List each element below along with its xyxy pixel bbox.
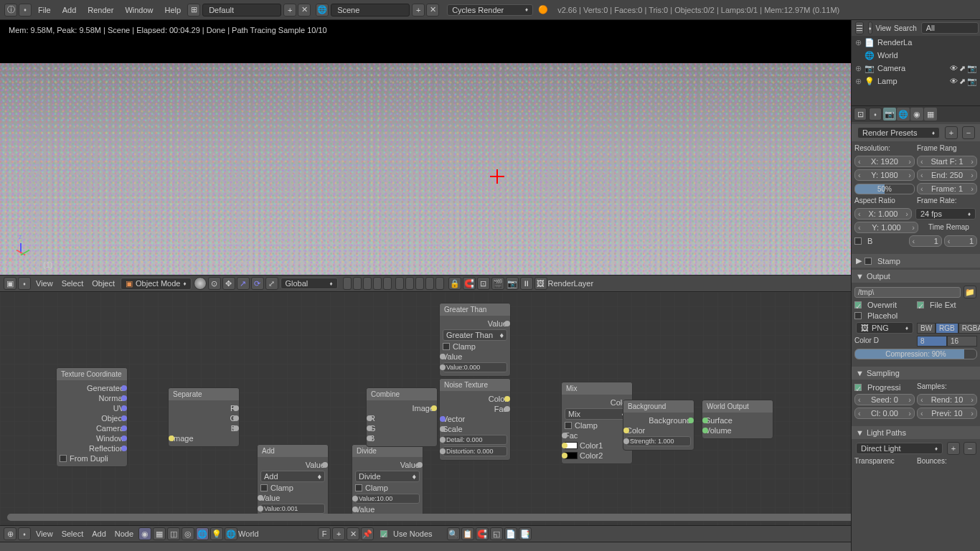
panel-output[interactable]: ▼Output xyxy=(852,270,980,283)
paste-nodes-icon[interactable]: 📑 xyxy=(519,527,532,540)
fps-dropdown[interactable]: 24 fps♦ xyxy=(915,208,976,220)
lock-icon[interactable]: 🔒 xyxy=(448,277,461,290)
scene-add-icon[interactable]: + xyxy=(412,4,425,17)
node-math-add[interactable]: Add Value Add♦ Clamp Value Value:0.001 xyxy=(257,444,329,518)
editor-type-icon[interactable]: ⊕ xyxy=(4,527,17,540)
use-nodes-checkbox[interactable]: ✓ xyxy=(380,530,387,537)
outliner-item-world[interactable]: 🌐World xyxy=(852,49,980,62)
panel-dimensions[interactable]: Render Presets♦ + − xyxy=(852,124,980,141)
orientation-dropdown[interactable]: Global♦ xyxy=(281,278,338,289)
world-field[interactable]: World xyxy=(238,529,317,538)
node-combine-rgb[interactable]: Combine Image R G B xyxy=(366,387,438,447)
render-still-icon[interactable]: 📷 xyxy=(506,277,519,290)
snap-type-icon[interactable]: ⊡ xyxy=(477,277,490,290)
panel-sampling[interactable]: ▼Sampling xyxy=(852,367,980,380)
file-ext-checkbox[interactable]: ✓ xyxy=(917,301,924,309)
layer-buttons[interactable] xyxy=(342,277,445,290)
node-header[interactable]: Separate xyxy=(169,388,239,400)
frame-step-field[interactable]: ‹Frame: 1› xyxy=(917,183,977,194)
render-icon[interactable]: 📷 xyxy=(967,77,977,86)
math-mode-dropdown[interactable]: Add♦ xyxy=(260,471,325,482)
node-background[interactable]: Background Background Color Strength: 1.… xyxy=(623,400,694,451)
rotate-icon[interactable]: ⟳ xyxy=(251,277,264,290)
tab-texture[interactable]: ▦ xyxy=(924,108,937,121)
overwrite-checkbox[interactable]: ✓ xyxy=(854,301,862,309)
menu-select-nodes[interactable]: Select xyxy=(57,529,88,538)
value-field[interactable]: Value:0.000 xyxy=(443,362,507,372)
preset-del-icon[interactable]: − xyxy=(962,126,975,139)
outliner-editor-icon[interactable]: ☰ xyxy=(855,22,864,34)
snap-element-icon[interactable]: ◱ xyxy=(490,527,503,540)
renderlayer-field[interactable]: RenderLayer xyxy=(548,279,620,288)
manipulator-toggle-icon[interactable]: ✥ xyxy=(222,277,235,290)
node-header[interactable]: Noise Texture xyxy=(440,379,510,391)
end-frame-field[interactable]: ‹End: 250› xyxy=(917,169,977,181)
translate-icon[interactable]: ↗ xyxy=(237,277,250,290)
outliner-item-lamp[interactable]: ⊕💡Lamp👁⬈📷 xyxy=(852,75,980,88)
node-header[interactable]: Background xyxy=(623,400,694,413)
node-world-output[interactable]: World Output Surface Volume xyxy=(702,400,773,439)
start-frame-field[interactable]: ‹Start F: 1› xyxy=(917,156,977,167)
mode-dropdown[interactable]: ▣Object Mode♦ xyxy=(121,278,191,290)
outliner-item-camera[interactable]: ⊕📷Camera👁⬈📷 xyxy=(852,62,980,75)
render-samples-field[interactable]: ‹Rend: 10› xyxy=(917,394,977,405)
value-field[interactable]: Value:10.00 xyxy=(355,494,420,504)
scene-field[interactable]: Scene xyxy=(331,4,410,17)
world-browse-icon[interactable]: 🌐 xyxy=(225,527,237,540)
render-anim-icon[interactable]: 🎬 xyxy=(491,277,504,290)
color-mode-buttons[interactable]: BW RGB RGBA xyxy=(917,323,980,334)
collapse-menus-icon[interactable]: ♦ xyxy=(18,277,31,290)
texture-tree-icon[interactable]: ◫ xyxy=(167,527,180,540)
outliner-filter-dropdown[interactable]: All xyxy=(921,22,979,34)
value-field[interactable]: Value:0.001 xyxy=(260,504,325,514)
node-header[interactable]: Mix xyxy=(562,382,632,395)
copy-icon[interactable]: 📋 xyxy=(461,527,474,540)
preset-add-icon[interactable]: + xyxy=(947,442,960,455)
renderlayer-browse-icon[interactable]: 🖼 xyxy=(534,277,547,290)
node-scrollbar[interactable] xyxy=(7,514,973,521)
splash-dropdown[interactable]: ♦ xyxy=(19,4,32,17)
preview-samples-field[interactable]: ‹Previ: 10› xyxy=(917,408,977,419)
pin-icon[interactable]: 📌 xyxy=(361,527,374,540)
aspect-x-field[interactable]: ‹X: 1.000› xyxy=(854,208,912,220)
folder-icon[interactable]: 📁 xyxy=(963,286,976,298)
node-editor[interactable]: Texture Coordinate Generated Normal UV O… xyxy=(0,292,980,525)
node-math-greater[interactable]: Greater Than Value Greater Than♦ Clamp V… xyxy=(439,303,511,377)
world-del-icon[interactable]: ✕ xyxy=(347,527,359,540)
collapse-menus-icon[interactable]: ♦ xyxy=(18,527,31,540)
layout-add-icon[interactable]: + xyxy=(283,4,296,17)
pivot-icon[interactable]: ⊙ xyxy=(208,277,221,290)
snap-icon[interactable]: 🧲 xyxy=(463,277,476,290)
stamp-checkbox[interactable] xyxy=(864,258,872,265)
detail-field[interactable]: Detail: 0.000 xyxy=(443,435,507,445)
progressive-checkbox[interactable]: ✓ xyxy=(854,384,862,391)
outliner-item-renderlayers[interactable]: ⊕📄RenderLa xyxy=(852,36,980,49)
node-noise-texture[interactable]: Noise Texture Color Fac Vector Scale Det… xyxy=(439,378,511,461)
outliner-search[interactable]: Search xyxy=(894,24,917,32)
layout-field[interactable]: Default xyxy=(202,4,281,17)
tab-scene[interactable]: 🌐 xyxy=(897,108,910,121)
placeholder-checkbox[interactable] xyxy=(854,312,862,319)
node-mix-rgb[interactable]: Mix Color Mix♦ Clamp Fac Color1 Color2 xyxy=(561,382,633,464)
world-add-icon[interactable]: + xyxy=(332,527,345,540)
fake-user-icon[interactable]: F xyxy=(318,527,331,540)
menu-node[interactable]: Node xyxy=(110,529,138,538)
scene-del-icon[interactable]: ✕ xyxy=(426,4,439,17)
menu-add-nodes[interactable]: Add xyxy=(88,529,110,538)
cursor-icon[interactable]: ⬈ xyxy=(959,64,966,73)
mix-mode-dropdown[interactable]: Mix♦ xyxy=(565,408,629,420)
border-checkbox[interactable] xyxy=(854,237,862,245)
remap2-field[interactable]: ‹1 xyxy=(944,235,977,247)
layout-browse-icon[interactable]: ⊞ xyxy=(187,4,200,17)
render-icon[interactable]: 📷 xyxy=(967,64,977,73)
node-separate-rgb[interactable]: Separate R G B Image xyxy=(168,387,240,447)
distortion-field[interactable]: Distortion: 0.000 xyxy=(443,446,507,456)
node-header[interactable]: Texture Coordinate xyxy=(57,368,127,380)
seed-field[interactable]: ‹Seed: 0› xyxy=(854,394,915,405)
res-pct-slider[interactable]: 50% xyxy=(854,184,915,194)
zoom-fit-icon[interactable]: 🔍 xyxy=(447,527,460,540)
outliner[interactable]: ☰ ♦ View Search All ⊕📄RenderLa 🌐World ⊕📷… xyxy=(852,20,980,106)
menu-help[interactable]: Help xyxy=(159,6,187,14)
editor-type-icon[interactable]: ▣ xyxy=(4,277,17,290)
pause-icon[interactable]: ⏸ xyxy=(520,277,533,290)
